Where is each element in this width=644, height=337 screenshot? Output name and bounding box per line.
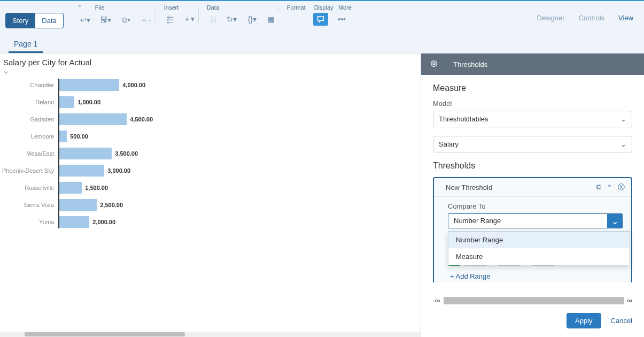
bar-row: 3,500.00 <box>58 145 336 162</box>
bar-row: 4,000.00 <box>58 76 336 94</box>
measure-value: Salary <box>439 140 459 148</box>
bar-value-label: 2,000.00 <box>92 219 115 225</box>
bar-row: 3,000.00 <box>58 162 336 179</box>
mode-data-button[interactable]: Data <box>35 13 63 28</box>
bar-category-label: Sierra Vista <box>24 196 55 213</box>
threshold-card: New Threshold ⧉ ⌃ ⓧ Compare To Number Ra… <box>433 177 632 282</box>
threshold-card-title: New Threshold <box>440 183 591 192</box>
view-link[interactable]: View <box>618 14 633 22</box>
chart-title: Salary per City for Actual <box>3 58 414 67</box>
infinity-range: -∞ ∞ <box>433 296 632 304</box>
bar-value-label: 3,000.00 <box>107 167 130 174</box>
bar-value-label: 4,500.00 <box>130 116 153 122</box>
chevron-down-icon: ⌄ <box>620 115 626 123</box>
refresh-icon[interactable]: ↻▾ <box>223 13 241 26</box>
add-range-button[interactable]: + Add Range <box>448 272 623 280</box>
insert-group: Insert ⬱ ＋▾ <box>161 4 198 26</box>
bar-row: 500.00 <box>58 128 336 145</box>
option-number-range[interactable]: Number Range <box>448 232 630 248</box>
display-label: Display <box>314 4 333 11</box>
duplicate-icon[interactable]: ⧉ <box>596 183 601 192</box>
neg-infinity: -∞ <box>433 296 440 304</box>
panel-title: Thresholds <box>453 60 487 68</box>
compare-to-dropdown: Number Range Measure <box>448 231 630 265</box>
measure-select[interactable]: Salary ⌄ <box>433 136 632 152</box>
data-group: Data ⌸ ↻▾ {}▾ ▦ <box>204 4 278 26</box>
bar-rect[interactable] <box>59 79 119 91</box>
compare-to-select[interactable]: Number Range ⌄ <box>448 213 623 228</box>
grid-icon[interactable]: ▦ <box>263 13 278 26</box>
model-select[interactable]: Thresholdtables ⌄ <box>433 111 632 127</box>
copy-icon[interactable]: ⧉▾ <box>117 13 135 26</box>
target-icon <box>430 59 438 70</box>
close-icon[interactable]: ⓧ <box>618 182 625 192</box>
thresholds-section-title: Thresholds <box>433 161 632 171</box>
file-group: ⌃File ↩▾ 🖫▾ ⧉▾ ⪪▾ <box>74 4 156 26</box>
cancel-button[interactable]: Cancel <box>611 317 632 325</box>
bar-category-label: Lemoore <box>31 128 54 145</box>
bar-chart: ChandlerDelanoGadsdenLemooreMesa/EastPho… <box>2 76 414 231</box>
tab-page1[interactable]: Page 1 <box>9 36 43 53</box>
bar-rect[interactable] <box>59 165 104 177</box>
svg-point-1 <box>431 60 437 66</box>
bar-row: 1,000.00 <box>58 94 336 111</box>
display-more-group: Display More ••• <box>311 4 352 26</box>
bar-value-label: 2,500.00 <box>100 202 123 208</box>
bar-category-label: Chandler <box>30 76 55 94</box>
share-icon[interactable]: ⪪▾ <box>137 13 156 26</box>
link-icon[interactable]: ⌸ <box>206 13 221 26</box>
chevron-down-icon: ⌄ <box>607 214 622 228</box>
format-label: Format <box>284 4 306 11</box>
canvas: Salary per City for Actual ChandlerDelan… <box>0 53 421 337</box>
axis-line <box>58 79 59 228</box>
bar-value-label: 4,000.00 <box>122 82 145 88</box>
bar-rect[interactable] <box>59 113 127 125</box>
horizontal-scrollbar[interactable] <box>0 332 421 337</box>
bar-rect[interactable] <box>59 96 74 108</box>
braces-icon[interactable]: {}▾ <box>243 13 261 26</box>
mode-toggle: Story Data <box>5 13 64 28</box>
chart-settings-icon[interactable] <box>3 68 9 73</box>
bar-category-label: Gadsden <box>30 111 55 128</box>
option-measure[interactable]: Measure <box>448 248 630 265</box>
panel-footer: Apply Cancel <box>421 304 644 337</box>
mode-story-button[interactable]: Story <box>5 13 35 28</box>
bar-rect[interactable] <box>59 182 82 194</box>
measure-section-title: Measure <box>433 83 632 93</box>
format-group: Format <box>284 4 306 13</box>
file-label: File <box>95 4 105 11</box>
compare-to-value: Number Range <box>448 214 607 228</box>
more-label: More <box>338 4 352 11</box>
range-track[interactable] <box>444 297 624 304</box>
pos-infinity: ∞ <box>627 296 632 304</box>
controls-link[interactable]: Controls <box>579 14 604 22</box>
bar-category-label: Russellville <box>25 179 54 196</box>
insert-chart-icon[interactable]: ⬱ <box>163 13 178 26</box>
svg-point-2 <box>433 63 435 65</box>
bar-category-label: Yuma <box>39 213 54 231</box>
page-tabs: Page 1 <box>0 31 644 53</box>
bar-category-label: Phoenix-Desert Sky <box>2 162 54 179</box>
comment-icon[interactable] <box>313 13 328 26</box>
insert-add-icon[interactable]: ＋▾ <box>180 13 198 26</box>
save-icon[interactable]: 🖫▾ <box>97 13 115 26</box>
undo-icon[interactable]: ↩▾ <box>76 13 95 26</box>
apply-button[interactable]: Apply <box>567 313 601 328</box>
bar-category-label: Mesa/East <box>26 145 54 162</box>
bar-row: 2,000.00 <box>58 213 336 231</box>
designer-link[interactable]: Designer <box>537 14 565 22</box>
bar-value-label: 3,500.00 <box>115 150 138 157</box>
thresholds-panel: Thresholds Measure Model Thresholdtables… <box>421 53 644 337</box>
top-toolbar: Story Data ⌃File ↩▾ 🖫▾ ⧉▾ ⪪▾ Insert ⬱ ＋▾… <box>0 0 644 31</box>
bar-row: 2,500.00 <box>58 196 336 213</box>
model-value: Thresholdtables <box>439 115 488 123</box>
chevron-down-icon: ⌄ <box>620 140 626 148</box>
more-icon[interactable]: ••• <box>335 13 350 26</box>
bar-value-label: 1,000.00 <box>77 99 100 105</box>
collapse-icon[interactable]: ⌃ <box>607 183 612 192</box>
bar-rect[interactable] <box>59 216 89 228</box>
collapse-icon[interactable]: ⌃ <box>77 4 82 11</box>
bar-rect[interactable] <box>59 199 97 211</box>
bar-rect[interactable] <box>59 148 112 159</box>
bar-rect[interactable] <box>59 131 67 142</box>
